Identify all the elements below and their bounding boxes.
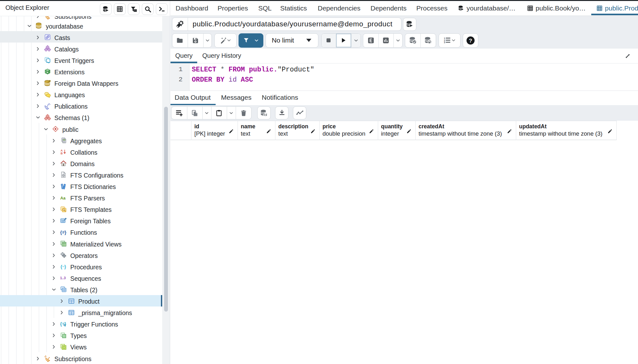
svg-text:?: ? [469, 37, 472, 44]
svg-text:A: A [60, 149, 63, 152]
svg-text:}: } [65, 230, 66, 235]
svg-text:Aa: Aa [60, 195, 66, 200]
svg-text:1..3: 1..3 [60, 276, 66, 280]
svg-text:B: B [60, 152, 63, 155]
svg-text:{: { [60, 264, 62, 269]
svg-text:3: 3 [444, 41, 445, 44]
svg-text:}: } [64, 264, 66, 269]
svg-text:{: { [60, 321, 62, 327]
svg-text:{: { [60, 230, 62, 235]
